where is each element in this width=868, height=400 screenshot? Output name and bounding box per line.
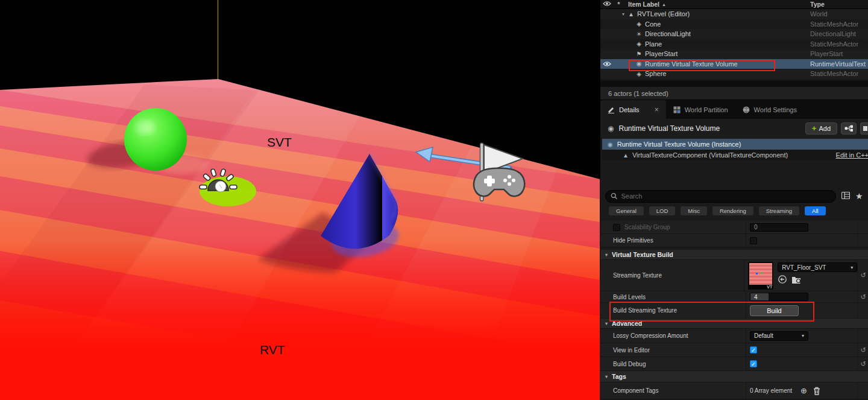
build-levels-field[interactable]: 4: [750, 293, 808, 301]
selected-actor-title: Runtime Virtual Texture Volume: [618, 124, 805, 133]
filter-streaming[interactable]: Streaming: [759, 206, 799, 215]
search-icon: [611, 192, 617, 200]
actor-label: Cone: [645, 21, 810, 28]
outliner-status-bar: 6 actors (1 selected): [600, 87, 868, 100]
sphere-actor[interactable]: [124, 108, 187, 171]
vt-badge: VT: [767, 285, 772, 289]
visibility-eye-icon[interactable]: [600, 61, 613, 67]
browse-to-asset-icon[interactable]: [791, 275, 802, 284]
property-label: Build Streaming Texture: [613, 307, 677, 314]
favorites-star-icon[interactable]: ★: [855, 191, 863, 201]
category-expander-icon: ▾: [605, 321, 608, 326]
add-component-button[interactable]: + Add: [805, 122, 837, 135]
tab-world-settings[interactable]: World Settings: [735, 100, 804, 119]
type-column-header[interactable]: Type: [810, 1, 868, 8]
property-grid: Scalability Group 0 Hide Primitives ▾ Vi…: [600, 221, 868, 399]
component-row-virtualtexture[interactable]: ▲ VirtualTextureComponent (VirtualTextur…: [602, 150, 868, 160]
actor-type: StaticMeshActor: [810, 21, 868, 28]
reset-to-default-icon[interactable]: ↺: [860, 293, 866, 301]
row-view-in-editor: View in Editor ✓ ↺: [600, 343, 868, 357]
streaming-texture-dropdown[interactable]: RVT_Floor_SVT ▾: [778, 262, 857, 272]
component-row-instance[interactable]: ◉ Runtime Virtual Texture Volume (Instan…: [602, 139, 868, 150]
directional-light-icon: ☀: [635, 31, 643, 37]
category-advanced[interactable]: ▾ Advanced: [600, 319, 868, 329]
unreal-editor-window: SVT RVT * Item Label ▲ Type ▾ ▲ RVTLe: [0, 0, 868, 400]
chevron-down-icon: ▾: [802, 333, 804, 338]
viewport-3d[interactable]: SVT RVT: [0, 0, 600, 400]
tab-details[interactable]: Details ×: [600, 100, 666, 119]
close-tab-icon[interactable]: ×: [655, 106, 659, 114]
row-lossy-compression: Lossy Compression Amount Default ▾: [600, 329, 868, 343]
display-options-grid-icon[interactable]: [841, 191, 850, 202]
chevron-down-icon: ▾: [851, 265, 853, 270]
actor-label: Sphere: [645, 70, 810, 77]
outliner-header[interactable]: * Item Label ▲ Type: [600, 0, 868, 9]
filter-lod[interactable]: LOD: [649, 206, 676, 215]
outliner-row-playerstart[interactable]: ⚑ PlayerStart PlayerStart: [600, 49, 868, 59]
texture-thumbnail[interactable]: VT: [748, 262, 773, 290]
property-label: Build Debug: [613, 361, 646, 367]
pinned-column-icon[interactable]: *: [613, 1, 624, 8]
rvt-volume-icon: ◉: [608, 141, 613, 148]
edit-blueprint-button[interactable]: [841, 122, 857, 135]
lossy-compression-dropdown[interactable]: Default ▾: [750, 331, 808, 341]
outliner-row-sphere[interactable]: ◈ Sphere StaticMeshActor: [600, 69, 868, 79]
expander-down-icon[interactable]: ▾: [620, 11, 627, 17]
property-label: Scalability Group: [624, 224, 670, 230]
property-label: View in Editor: [613, 347, 650, 354]
category-virtual-texture-build[interactable]: ▾ Virtual Texture Build: [600, 250, 868, 260]
reset-to-default-icon[interactable]: ↺: [861, 271, 866, 279]
static-mesh-icon: ◈: [635, 71, 643, 77]
filter-misc[interactable]: Misc: [681, 206, 707, 215]
search-box[interactable]: [605, 190, 836, 203]
static-mesh-icon: ◈: [635, 40, 643, 47]
filter-rendering[interactable]: Rendering: [712, 206, 753, 215]
clipped-toolbar-button[interactable]: [860, 122, 868, 135]
outliner-row-cone[interactable]: ◈ Cone StaticMeshActor: [600, 19, 868, 30]
property-label: Build Levels: [613, 294, 646, 300]
delete-array-icon[interactable]: [813, 387, 820, 395]
reset-to-default-icon[interactable]: ↺: [860, 346, 866, 354]
edit-in-cpp-link[interactable]: Edit in C++: [836, 151, 868, 159]
label-svt: SVT: [267, 135, 292, 149]
actor-label: DirectionalLight: [645, 30, 810, 37]
property-label: Hide Primitives: [613, 237, 653, 244]
visibility-column-eye-icon[interactable]: [600, 1, 613, 8]
build-debug-checkbox[interactable]: ✓: [750, 360, 757, 367]
outliner-row-plane[interactable]: ◈ Plane StaticMeshActor: [600, 39, 868, 49]
outliner-row-rvt-volume-selected[interactable]: ◉ Runtime Virtual Texture Volume Runtime…: [600, 59, 868, 69]
actor-type: DirectionalLight: [810, 30, 868, 37]
filter-all[interactable]: All: [805, 206, 826, 215]
level-icon: ▲: [627, 11, 635, 17]
details-header: ◉ Runtime Virtual Texture Volume + Add: [600, 119, 868, 138]
property-label: Component Tags: [613, 387, 658, 394]
search-input[interactable]: [621, 192, 831, 200]
build-button[interactable]: Build: [750, 305, 799, 316]
category-expander-icon: ▾: [605, 252, 608, 258]
view-in-editor-checkbox[interactable]: ✓: [750, 346, 757, 354]
row-component-tags: Component Tags 0 Array element ⊕: [600, 383, 868, 399]
static-mesh-icon: ◈: [635, 21, 643, 27]
scalability-group-field[interactable]: 0: [750, 223, 808, 232]
use-selected-asset-icon[interactable]: [778, 275, 787, 284]
hide-primitives-checkbox[interactable]: [750, 237, 757, 244]
outliner-row-rvtlevel[interactable]: ▾ ▲ RVTLevel (Editor) World: [600, 9, 868, 19]
row-hide-primitives: Hide Primitives: [600, 234, 868, 247]
component-label: VirtualTextureComponent (VirtualTextureC…: [632, 151, 788, 159]
item-label-column-header[interactable]: Item Label ▲: [624, 1, 810, 8]
right-dock-panel: * Item Label ▲ Type ▾ ▲ RVTLevel (Editor…: [600, 0, 868, 400]
scalability-checkbox[interactable]: [613, 224, 620, 231]
reset-to-default-icon[interactable]: ↺: [860, 360, 866, 368]
row-build-debug: Build Debug ✓ ↺: [600, 357, 868, 371]
filter-general[interactable]: General: [609, 206, 644, 215]
outliner-row-directionallight[interactable]: ☀ DirectionalLight DirectionalLight: [600, 29, 868, 39]
add-array-element-icon[interactable]: ⊕: [800, 386, 807, 395]
blueprint-node-icon: [844, 125, 854, 132]
row-scalability-group: Scalability Group 0: [600, 221, 868, 234]
actor-label: RVTLevel (Editor): [637, 10, 810, 17]
category-tags[interactable]: ▾ Tags: [600, 371, 868, 383]
tab-world-partition[interactable]: World Partition: [666, 100, 735, 119]
actor-label: Plane: [645, 40, 810, 48]
row-streaming-texture: Streaming Texture VT RVT_Floor_SVT ▾: [600, 260, 868, 291]
details-filter-chips: General LOD Misc Rendering Streaming All: [600, 206, 868, 215]
